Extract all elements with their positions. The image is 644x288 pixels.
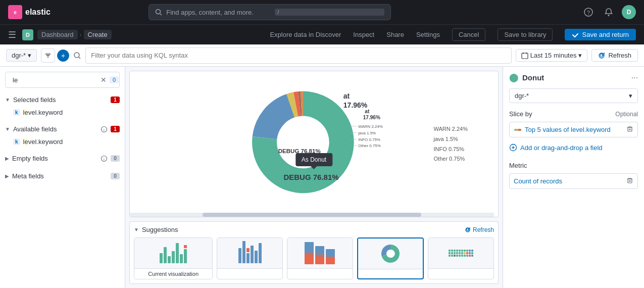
suggestion-item-donut[interactable]: [357, 237, 424, 279]
selected-fields-toggle[interactable]: ▼ Selected fields 1: [0, 93, 125, 107]
suggestions-refresh-button[interactable]: Refresh: [465, 226, 494, 233]
refresh-label: Refresh: [608, 52, 631, 59]
svg-line-3: [160, 14, 162, 15]
metric-section: Count of records: [509, 173, 638, 189]
field-name-level-keyword: level.keyword: [23, 109, 63, 116]
help-icon[interactable]: ?: [581, 5, 596, 19]
selected-fields-section: ▼ Selected fields 1 k level.keyword: [0, 91, 125, 120]
field-name-level-keyword-available: level.keyword: [23, 138, 63, 146]
horizontal-scrollbar[interactable]: [130, 213, 494, 217]
share-link[interactable]: Share: [386, 31, 404, 38]
suggestion-item-waffle[interactable]: [428, 237, 494, 279]
svg-rect-12: [522, 53, 528, 59]
global-search-bar[interactable]: Find apps, content, and more. /: [148, 4, 391, 20]
suggestion-label-waffle: [428, 268, 493, 273]
refresh-button[interactable]: Refresh: [591, 49, 638, 62]
suggestion-thumb-2: [217, 238, 282, 268]
svg-text:i: i: [104, 157, 105, 162]
trash-icon: [626, 177, 633, 184]
suggestion-current-label: Current visualization: [134, 268, 212, 279]
suggestions-header: ▼ Suggestions Refresh: [134, 226, 494, 233]
index-pattern-dropdown[interactable]: dgr-* ▾: [509, 88, 638, 103]
more-options-button[interactable]: ···: [631, 73, 638, 82]
metric-delete-button[interactable]: [626, 177, 633, 185]
mini-bar-chart-2: [236, 241, 264, 265]
empty-fields-toggle[interactable]: ▶ Empty fields i 0: [0, 152, 125, 165]
notifications-icon[interactable]: [602, 5, 616, 19]
slice-field-label[interactable]: Top 5 values of level.keyword: [525, 126, 623, 133]
list-item[interactable]: k level.keyword: [0, 107, 125, 118]
kql-filter-input[interactable]: [85, 47, 512, 64]
field-search-input-wrapper[interactable]: ✕ 0: [5, 72, 120, 88]
metric-item: Count of records: [509, 173, 638, 189]
suggestion-item-2[interactable]: [217, 237, 283, 279]
breadcrumb-create[interactable]: Create: [84, 30, 112, 39]
chevron-down-icon: ▾: [28, 52, 31, 59]
time-chevron-icon: ▾: [578, 52, 582, 59]
breadcrumb: Dashboard › Create: [37, 30, 112, 39]
svg-point-2: [156, 10, 161, 14]
kql-search-icon: [73, 52, 81, 60]
add-filter-button[interactable]: +: [57, 50, 69, 62]
save-to-library-button[interactable]: Save to library: [498, 28, 553, 41]
dropdown-chevron-icon: ▾: [629, 92, 632, 100]
chevron-down-icon: ▼: [5, 97, 10, 103]
time-range-selector[interactable]: Last 15 minutes ▾: [516, 49, 588, 62]
available-fields-label: Available fields: [13, 125, 97, 133]
cancel-button[interactable]: Cancel: [452, 28, 485, 41]
suggestion-label-donut: [358, 269, 423, 273]
secondary-navigation: ☰ D Dashboard › Create Explore data in D…: [0, 24, 644, 44]
settings-link[interactable]: Settings: [416, 31, 440, 38]
main-content: ✕ 0 ▼ Selected fields 1 k level.keyword …: [0, 67, 644, 288]
clear-search-button[interactable]: ✕: [101, 76, 107, 84]
svg-rect-52: [628, 179, 632, 183]
suggestions-title-group: ▼ Suggestions: [134, 226, 178, 233]
nav-icons-group: ? D: [581, 5, 636, 19]
empty-fields-count: 0: [111, 155, 120, 162]
suggestion-item-3[interactable]: [287, 237, 353, 279]
svg-text:java 1.5%: java 1.5%: [358, 131, 376, 135]
plus-circle-icon: [509, 143, 517, 152]
suggestions-toggle-icon[interactable]: ▼: [134, 227, 139, 232]
meta-fields-toggle[interactable]: ▶ Meta fields 0: [0, 169, 125, 183]
filter-count-badge: 0: [110, 76, 119, 83]
list-item[interactable]: k level.keyword: [0, 136, 125, 148]
scroll-handle[interactable]: [203, 213, 421, 217]
explore-data-link[interactable]: Explore data in Discover: [270, 31, 341, 38]
save-and-return-button[interactable]: Save and return: [565, 29, 636, 40]
available-fields-toggle[interactable]: ▼ Available fields i 1: [0, 122, 125, 136]
inspect-link[interactable]: Inspect: [353, 31, 374, 38]
slice-palette-icon: [514, 126, 522, 134]
field-search-text-input[interactable]: [13, 76, 97, 84]
user-avatar[interactable]: D: [622, 5, 636, 19]
refresh-icon: [598, 52, 605, 59]
chart-container: DEBUG 76.81%at17.96%WARN 2.24%java 1.5%I…: [129, 71, 499, 217]
add-field-button[interactable]: Add or drag-and-drop a field: [509, 141, 638, 154]
add-field-label: Add or drag-and-drop a field: [520, 144, 603, 152]
calendar-icon: [521, 52, 528, 59]
hamburger-menu-icon[interactable]: ☰: [8, 29, 16, 40]
svg-text:17.96%: 17.96%: [363, 115, 380, 120]
index-pattern-selector[interactable]: dgr-* ▾: [6, 49, 37, 62]
svg-text:i: i: [104, 128, 105, 132]
trash-icon: [626, 125, 633, 132]
fields-sidebar: ✕ 0 ▼ Selected fields 1 k level.keyword …: [0, 67, 125, 288]
filter-options-icon[interactable]: [41, 49, 55, 63]
breadcrumb-dashboard[interactable]: Dashboard: [37, 30, 78, 39]
elastic-logo[interactable]: e elastic: [8, 5, 51, 19]
right-configuration-panel: ⬤ Donut ··· dgr-* ▾ Slice by Optional: [503, 67, 644, 288]
suggestion-current-viz[interactable]: Current visualization: [134, 237, 213, 279]
metric-count-label[interactable]: Count of records: [514, 177, 623, 185]
panel-header: ⬤ Donut ···: [509, 73, 638, 82]
tooltip-as-donut: As Donut: [295, 153, 332, 166]
debug-label: DEBUG 76.81%: [283, 173, 338, 181]
slice-delete-button[interactable]: [626, 125, 633, 134]
suggestion-thumb-3: [287, 238, 353, 268]
empty-fields-label: Empty fields: [12, 155, 97, 162]
svg-text:?: ?: [587, 10, 590, 16]
suggestion-label-3: [287, 268, 353, 273]
at-label: at17.96%: [343, 91, 367, 110]
metric-section-label: Metric: [509, 162, 638, 169]
suggestion-thumb-waffle: [428, 238, 493, 268]
nav-links-group: Explore data in Discover Inspect Share S…: [270, 28, 636, 41]
